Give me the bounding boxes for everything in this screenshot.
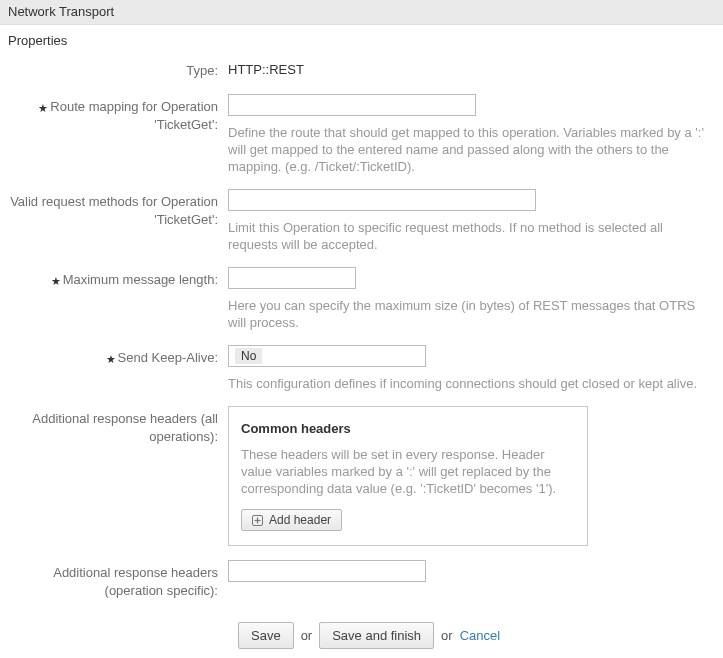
properties-form: Type: HTTP::REST ★Route mapping for Oper…	[0, 58, 723, 658]
label-maxlen-text: Maximum message length:	[63, 272, 218, 287]
common-headers-title: Common headers	[241, 421, 575, 436]
add-header-label: Add header	[269, 513, 331, 527]
keepalive-select[interactable]: No	[228, 345, 426, 367]
row-methods: Valid request methods for Operation 'Tic…	[8, 189, 715, 253]
route-input[interactable]	[228, 94, 476, 116]
label-route: ★Route mapping for Operation 'TicketGet'…	[8, 94, 228, 134]
label-keepalive: ★Send Keep-Alive:	[8, 345, 228, 367]
common-headers-panel: Common headers These headers will be set…	[228, 406, 588, 546]
keepalive-value: No	[235, 348, 262, 364]
row-keepalive: ★Send Keep-Alive: No This configuration …	[8, 345, 715, 392]
row-headers-all: Additional response headers (all operati…	[8, 406, 715, 546]
required-star-icon: ★	[51, 275, 61, 287]
help-maxlen: Here you can specify the maximum size (i…	[228, 297, 708, 331]
row-headers-op: Additional response headers (operation s…	[8, 560, 715, 600]
section-title: Properties	[0, 25, 723, 52]
maxlen-input[interactable]	[228, 267, 356, 289]
add-header-button[interactable]: Add header	[241, 509, 342, 531]
or-text-1: or	[301, 628, 313, 643]
methods-select[interactable]	[228, 189, 536, 211]
save-finish-button[interactable]: Save and finish	[319, 622, 434, 649]
label-type: Type:	[8, 58, 228, 80]
panel-header: Network Transport	[0, 0, 723, 25]
headers-op-input[interactable]	[228, 560, 426, 582]
label-methods: Valid request methods for Operation 'Tic…	[8, 189, 228, 229]
help-route: Define the route that should get mapped …	[228, 124, 708, 175]
label-headers-op: Additional response headers (operation s…	[8, 560, 228, 600]
panel-title: Network Transport	[8, 4, 114, 19]
label-maxlen: ★Maximum message length:	[8, 267, 228, 289]
label-headers-all: Additional response headers (all operati…	[8, 406, 228, 446]
label-route-text: Route mapping for Operation 'TicketGet':	[50, 99, 218, 132]
help-keepalive: This configuration defines if incoming c…	[228, 375, 708, 392]
row-maxlen: ★Maximum message length: Here you can sp…	[8, 267, 715, 331]
label-keepalive-text: Send Keep-Alive:	[118, 350, 218, 365]
row-type: Type: HTTP::REST	[8, 58, 715, 80]
value-type: HTTP::REST	[228, 58, 715, 77]
required-star-icon: ★	[106, 353, 116, 365]
plus-icon	[252, 515, 263, 526]
common-headers-desc: These headers will be set in every respo…	[241, 446, 575, 497]
required-star-icon: ★	[38, 102, 48, 114]
cancel-link[interactable]: Cancel	[460, 628, 500, 643]
row-route: ★Route mapping for Operation 'TicketGet'…	[8, 94, 715, 175]
or-text-2: or	[441, 628, 453, 643]
save-button[interactable]: Save	[238, 622, 294, 649]
help-methods: Limit this Operation to specific request…	[228, 219, 708, 253]
actions: Save or Save and finish or Cancel	[238, 622, 715, 658]
